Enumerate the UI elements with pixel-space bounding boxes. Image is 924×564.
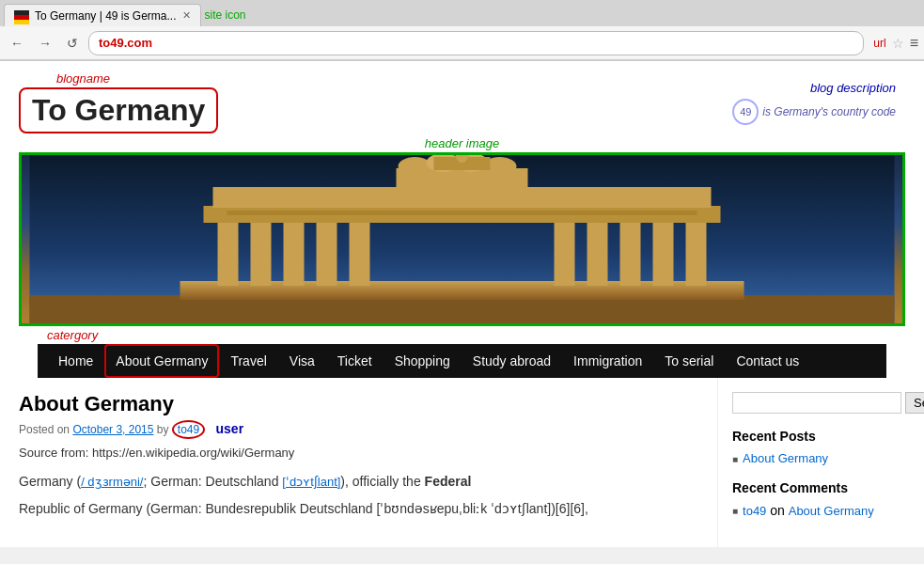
svg-rect-3 xyxy=(218,215,239,286)
post-paragraph-2: Republic of Germany (German: Bundesrepub… xyxy=(19,498,698,519)
sidebar: Search Recent Posts ■ About Germany Rece… xyxy=(717,378,905,547)
nav-menu: Home About Germany Travel Visa Ticket Sh… xyxy=(38,344,886,378)
recent-comment-item: ■ to49 on About Germany xyxy=(732,503,905,518)
url-bar[interactable]: to49.com xyxy=(88,31,864,55)
category-annotation: catergory xyxy=(47,328,905,342)
post-paragraph-1: Germany (/ dʒɜrməni/; German: Deutschlan… xyxy=(19,471,698,493)
blog-description-area: blog description 49 is Germany's country… xyxy=(732,70,905,125)
svg-rect-7 xyxy=(350,215,370,286)
search-button[interactable]: Search xyxy=(905,392,924,414)
ipa-deutsch[interactable]: [ˈdɔʏtʃlant] xyxy=(282,475,340,489)
nav-item-about-germany[interactable]: About Germany xyxy=(104,344,219,378)
country-code-text: is Germany's country code xyxy=(762,105,896,118)
author-circled: to49 xyxy=(172,420,205,439)
blog-description-annotation: blog description xyxy=(810,81,896,95)
tab-favicon xyxy=(14,6,29,17)
svg-rect-24 xyxy=(227,211,697,215)
body-middle: ), officially the xyxy=(340,474,420,489)
nav-item-immigration[interactable]: Immigration xyxy=(562,344,653,378)
main-area: About Germany Posted on October 3, 2015 … xyxy=(0,378,924,547)
browser-menu-button[interactable]: ≡ xyxy=(910,35,918,52)
blog-name-section: blogname To Germany xyxy=(19,70,218,133)
nav-item-contact-us[interactable]: Contact us xyxy=(725,344,810,378)
post-source: Source from: https://en.wikipedia.org/wi… xyxy=(19,446,698,460)
browser-nav-bar: ← → ↺ to49.com url ☆ ≡ xyxy=(0,26,924,60)
svg-rect-12 xyxy=(686,215,707,286)
blog-name-wrap: To Germany xyxy=(19,87,218,133)
federal-label: Federal xyxy=(425,474,472,489)
post-meta: Posted on October 3, 2015 by to49 user xyxy=(19,421,698,436)
browser-tab[interactable]: To Germany | 49 is Germa... ✕ xyxy=(4,4,201,26)
nav-item-home[interactable]: Home xyxy=(47,344,104,378)
recent-post-link[interactable]: About Germany xyxy=(743,451,828,465)
post-date-link[interactable]: October 3, 2015 xyxy=(72,423,153,436)
recent-comment-on: on xyxy=(770,503,785,518)
colon: : xyxy=(198,474,202,489)
tab-close-icon[interactable]: ✕ xyxy=(182,9,191,22)
recent-comments-section: Recent Comments ■ to49 on About Germany xyxy=(732,480,905,518)
nav-item-to-serial[interactable]: To serial xyxy=(653,344,725,378)
svg-rect-9 xyxy=(587,215,608,286)
bookmark-star[interactable]: ☆ xyxy=(892,36,904,51)
svg-rect-14 xyxy=(213,187,712,208)
recent-posts-title: Recent Posts xyxy=(732,429,905,444)
recent-comment-bullet: ■ xyxy=(732,506,738,516)
country-code-wrap: 49 is Germany's country code xyxy=(732,99,896,125)
recent-comment-post[interactable]: About Germany xyxy=(789,504,874,518)
svg-rect-8 xyxy=(555,215,575,286)
svg-rect-5 xyxy=(284,215,305,286)
tab-bar: To Germany | 49 is Germa... ✕ site icon xyxy=(0,0,924,26)
site-icon-label-annotation: site icon xyxy=(205,8,246,22)
website: blogname To Germany blog description 49 … xyxy=(0,61,924,547)
svg-rect-6 xyxy=(317,215,337,286)
header-image-annotation-row: header image xyxy=(0,133,924,152)
nav-item-shopping[interactable]: Shopping xyxy=(384,344,462,378)
nav-menu-container: catergory Home About Germany Travel Visa… xyxy=(19,326,905,378)
svg-rect-11 xyxy=(653,215,674,286)
deutschland: Deutschland xyxy=(206,474,279,489)
post-title: About Germany xyxy=(19,392,698,416)
forward-button[interactable]: → xyxy=(34,34,56,53)
site-header: blogname To Germany blog description 49 … xyxy=(0,61,924,133)
posted-on-label: Posted on xyxy=(19,423,70,436)
recent-post-item: ■ About Germany xyxy=(732,451,905,465)
by-label: by xyxy=(157,423,169,436)
nav-item-study-abroad[interactable]: Study abroad xyxy=(462,344,562,378)
recent-comment-author[interactable]: to49 xyxy=(743,504,766,518)
nav-item-travel[interactable]: Travel xyxy=(219,344,277,378)
svg-point-16 xyxy=(399,157,432,176)
header-image-annotation: header image xyxy=(425,136,500,150)
nav-item-ticket[interactable]: Ticket xyxy=(326,344,384,378)
site-icon-annotation xyxy=(14,6,29,25)
reload-button[interactable]: ↺ xyxy=(62,34,83,53)
recent-comments-title: Recent Comments xyxy=(732,480,905,495)
body-start: Germany ( xyxy=(19,474,81,489)
ipa-pronunciation[interactable]: / dʒɜrməni/ xyxy=(81,475,143,489)
svg-rect-10 xyxy=(620,215,641,286)
recent-posts-section: Recent Posts ■ About Germany xyxy=(732,429,905,465)
german-label: German xyxy=(150,474,198,489)
user-annotation: user xyxy=(216,421,244,436)
header-image xyxy=(19,152,905,326)
browser-chrome: To Germany | 49 is Germa... ✕ site icon … xyxy=(0,0,924,61)
url-annotation: url xyxy=(873,37,885,50)
semicolon: ; xyxy=(143,474,147,489)
back-button[interactable]: ← xyxy=(6,34,28,53)
svg-rect-4 xyxy=(251,215,272,286)
post-body: Germany (/ dʒɜrməni/; German: Deutschlan… xyxy=(19,471,698,519)
blog-name: To Germany xyxy=(32,93,205,127)
recent-comment-text: to49 on About Germany xyxy=(743,503,874,518)
content-area: About Germany Posted on October 3, 2015 … xyxy=(19,378,717,547)
header-image-svg xyxy=(22,152,902,323)
country-code-circle: 49 xyxy=(732,99,759,125)
tab-title: To Germany | 49 is Germa... xyxy=(35,9,177,23)
search-box: Search xyxy=(732,392,905,414)
blogname-annotation: blogname xyxy=(56,71,110,86)
recent-post-bullet: ■ xyxy=(732,454,738,464)
url-highlight: to49.com xyxy=(99,36,152,50)
nav-item-visa[interactable]: Visa xyxy=(278,344,326,378)
blog-description-label: blog description xyxy=(732,80,896,95)
search-input[interactable] xyxy=(732,392,901,414)
